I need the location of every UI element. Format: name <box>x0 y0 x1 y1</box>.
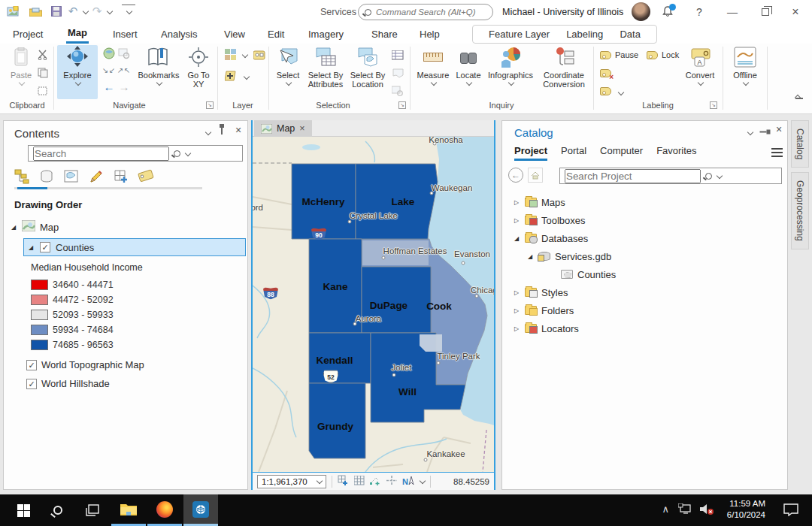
basemap-icon[interactable] <box>224 48 238 62</box>
counties-checkbox[interactable]: ✓ <box>40 242 50 252</box>
map-tab-close-icon[interactable]: × <box>299 123 304 134</box>
close-button[interactable]: × <box>779 0 812 24</box>
tree-item-label[interactable]: Styles <box>541 287 568 298</box>
tree-expander-icon[interactable]: ◢ <box>513 235 520 242</box>
map-layer-row[interactable]: ◢ Map <box>10 220 59 234</box>
taskbar-search-button[interactable] <box>41 494 75 526</box>
label-tag-icon[interactable] <box>138 169 153 184</box>
tree-item-label[interactable]: Locators <box>541 323 579 334</box>
tab-map[interactable]: Map <box>66 24 89 44</box>
catalog-tree-row[interactable]: ▷ Toolboxes <box>507 211 783 229</box>
basemap-layer-row[interactable]: ✓ World Hillshade <box>26 374 244 393</box>
clear-selection-icon[interactable] <box>391 66 404 80</box>
locate-button[interactable]: Locate <box>453 45 484 86</box>
catalog-tab-project[interactable]: Project <box>514 145 547 161</box>
expanded-icon[interactable]: ◢ <box>10 224 17 231</box>
counties-layer-row[interactable]: ◢ ✓ Counties <box>23 238 246 256</box>
tree-item-label[interactable]: Maps <box>541 197 565 208</box>
basemap-label[interactable]: World Topographic Map <box>41 359 144 370</box>
tree-expander-icon[interactable]: ▷ <box>513 307 520 314</box>
file-explorer-button[interactable] <box>111 494 146 526</box>
tree-expander-icon[interactable]: ◢ <box>526 253 534 260</box>
coordinate-conversion-button[interactable]: Coordinate Conversion <box>537 45 591 89</box>
full-extent-icon[interactable] <box>102 47 116 60</box>
task-view-button[interactable] <box>75 494 110 526</box>
measure-button[interactable]: Measure <box>415 45 451 86</box>
redo-dropdown-icon[interactable] <box>102 5 116 18</box>
map-canvas[interactable]: McHenryLakeKaneDuPageCookKendallWillGrun… <box>253 137 494 472</box>
tab-edit[interactable]: Edit <box>266 24 286 44</box>
catalog-tree-row[interactable]: ▷ Folders <box>507 301 783 319</box>
lock-labels-icon[interactable] <box>645 48 659 62</box>
catalog-tab-favorites[interactable]: Favorites <box>656 145 696 161</box>
help-button[interactable]: ? <box>683 0 716 24</box>
tab-help[interactable]: Help <box>418 24 441 44</box>
label-options-icon[interactable] <box>598 84 612 98</box>
edit-pencil-icon[interactable] <box>89 169 104 184</box>
north-arrow-icon[interactable]: N <box>402 476 414 486</box>
zoom-to-selection-icon[interactable] <box>391 84 404 98</box>
tab-labeling[interactable]: Labeling <box>566 29 603 40</box>
basemap-checkbox[interactable]: ✓ <box>26 379 37 389</box>
grid-icon[interactable] <box>354 476 365 488</box>
pause-labeling-icon[interactable] <box>598 48 612 62</box>
catalog-search-dropdown-icon[interactable] <box>717 174 722 179</box>
select-by-attributes-button[interactable]: Select By Attributes <box>305 45 346 89</box>
contents-close-icon[interactable]: × <box>235 124 241 136</box>
select-button[interactable]: Select <box>272 45 304 86</box>
remove-labels-icon[interactable]: × <box>598 66 612 80</box>
add-bookmark-icon[interactable] <box>338 475 349 488</box>
customize-qat-icon[interactable] <box>122 5 135 18</box>
pause-label[interactable]: Pause <box>615 50 638 59</box>
lock-label[interactable]: Lock <box>662 50 679 59</box>
tree-expander-icon[interactable]: ▷ <box>513 325 520 332</box>
pan-crosshair-icon[interactable] <box>386 476 397 488</box>
expanded-icon[interactable]: ◢ <box>27 244 35 251</box>
catalog-tree-row[interactable]: ▷ Maps <box>507 193 783 211</box>
tab-insert[interactable]: Insert <box>111 24 139 44</box>
selection-dialog-launcher[interactable]: ↘ <box>398 101 406 109</box>
add-data-dropdown-icon[interactable] <box>239 70 253 83</box>
basemap-label[interactable]: World Hillshade <box>41 378 110 389</box>
status-more-chevron-icon[interactable] <box>420 479 425 484</box>
contents-search-dropdown-icon[interactable] <box>185 151 190 156</box>
previous-extent-icon[interactable]: ← <box>102 80 116 93</box>
catalog-menu-chevron-icon[interactable] <box>747 127 753 138</box>
catalog-tree-row[interactable]: ▷ Styles <box>507 283 783 301</box>
tree-expander-icon[interactable]: ▷ <box>513 199 520 206</box>
list-by-editing-icon[interactable] <box>114 169 129 184</box>
start-button[interactable] <box>6 494 41 526</box>
fixed-zoom-out-icon[interactable]: ↗↖ <box>117 63 131 77</box>
label-options-dropdown-icon[interactable] <box>614 86 627 99</box>
tree-item-label[interactable]: Counties <box>577 269 616 280</box>
firefox-button[interactable] <box>147 494 182 526</box>
new-project-icon[interactable] <box>6 5 20 18</box>
scale-select[interactable]: 1:1,961,370 <box>257 475 326 488</box>
infographics-button[interactable]: Infographics <box>486 45 535 86</box>
catalog-search-input[interactable] <box>565 169 701 183</box>
contents-search-input[interactable] <box>33 147 169 161</box>
avatar[interactable] <box>632 2 650 21</box>
action-center-icon[interactable] <box>783 503 798 518</box>
catalog-tree-row[interactable]: ▷ Locators <box>507 319 783 337</box>
add-data-icon[interactable] <box>224 69 238 83</box>
docked-pane-tab[interactable]: Catalog <box>791 120 809 168</box>
convert-labels-button[interactable]: A Convert <box>681 45 719 86</box>
catalog-pin-icon[interactable] <box>762 127 764 138</box>
tray-expand-chevron-icon[interactable]: ∧ <box>662 503 669 515</box>
open-project-icon[interactable] <box>29 5 42 18</box>
notifications-bell-icon[interactable] <box>662 5 675 19</box>
select-by-location-button[interactable]: Select By Location <box>347 45 388 89</box>
account-name[interactable]: Michael - University of Illinois <box>502 7 623 17</box>
tab-feature-layer[interactable]: Feature Layer <box>489 29 550 40</box>
tab-analysis[interactable]: Analysis <box>159 24 198 44</box>
list-by-data-source-icon[interactable] <box>39 169 54 184</box>
next-extent-icon[interactable]: → <box>117 80 131 93</box>
network-icon[interactable] <box>678 503 692 516</box>
catalog-hamburger-icon[interactable] <box>771 146 783 159</box>
map-layer-label[interactable]: Map <box>40 222 59 233</box>
collapse-ribbon-icon[interactable] <box>795 98 803 102</box>
catalog-search-box[interactable] <box>559 168 782 184</box>
catalog-home-icon[interactable] <box>528 168 543 183</box>
tree-item-label[interactable]: Toolboxes <box>541 215 586 226</box>
